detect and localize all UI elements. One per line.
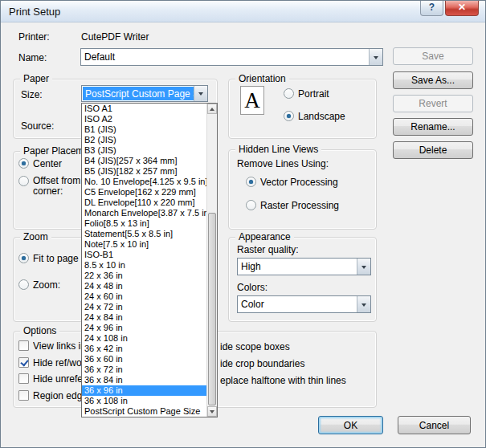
raster-quality-combobox[interactable]: High bbox=[237, 258, 371, 275]
help-button[interactable]: ? bbox=[420, 1, 443, 16]
paper-size-option[interactable]: PostScript Custom Page Size bbox=[82, 406, 206, 417]
close-button[interactable]: ✕ bbox=[445, 1, 479, 16]
paper-size-option[interactable]: 36 x 60 in bbox=[82, 354, 206, 365]
save-button-label: Save bbox=[422, 51, 443, 62]
size-combobox-value: PostScript Custom Page Size bbox=[83, 87, 194, 100]
size-combobox[interactable]: PostScript Custom Page Size bbox=[81, 85, 208, 102]
raster-quality-label: Raster quality: bbox=[237, 244, 299, 255]
orientation-group-label: Orientation bbox=[235, 73, 289, 84]
radio-fit-to-page[interactable]: Fit to page bbox=[18, 253, 79, 264]
chevron-down-icon[interactable] bbox=[369, 49, 382, 65]
radio-raster-processing[interactable]: Raster Processing bbox=[246, 200, 339, 211]
paper-size-option[interactable]: Monarch Envelope[3.87 x 7.5 in] bbox=[82, 208, 206, 218]
cancel-button[interactable]: Cancel bbox=[398, 416, 471, 434]
paper-size-option[interactable]: 24 x 96 in bbox=[82, 323, 206, 333]
radio-button-icon bbox=[18, 158, 29, 169]
scroll-thumb[interactable] bbox=[208, 213, 216, 405]
checkbox-region-edges-label: Region edge bbox=[33, 390, 83, 401]
paper-size-option[interactable]: No. 10 Envelope[4.125 x 9.5 in] bbox=[82, 177, 206, 187]
window-title: Print Setup bbox=[9, 6, 60, 18]
chevron-down-icon[interactable] bbox=[357, 296, 370, 312]
paper-size-option[interactable]: Folio[8.5 x 13 in] bbox=[82, 218, 206, 229]
option-scope-boxes-label: ide scope boxes bbox=[220, 341, 290, 352]
checkbox-hide-unref-label: Hide unrefe bbox=[33, 373, 83, 385]
paper-size-option[interactable]: B2 (JIS) bbox=[82, 135, 206, 145]
checkbox-icon bbox=[18, 373, 29, 384]
name-combobox[interactable]: Default bbox=[80, 48, 383, 66]
paper-size-option[interactable]: ISO A2 bbox=[82, 114, 206, 124]
scroll-up-icon[interactable] bbox=[207, 104, 217, 114]
save-as-button[interactable]: Save As... bbox=[393, 71, 473, 89]
radio-vector-processing[interactable]: Vector Processing bbox=[246, 177, 338, 188]
title-bar: Print Setup ? ✕ bbox=[1, 1, 485, 22]
checkbox-view-links-label: View links in bbox=[33, 340, 83, 352]
radio-zoom[interactable]: Zoom: bbox=[18, 279, 60, 291]
paper-group-label: Paper bbox=[20, 73, 52, 84]
scrollbar[interactable] bbox=[206, 104, 217, 417]
chevron-down-icon[interactable] bbox=[194, 86, 207, 101]
revert-button[interactable]: Revert bbox=[393, 95, 473, 112]
paper-size-option[interactable]: 24 x 48 in bbox=[82, 281, 206, 291]
close-icon: ✕ bbox=[458, 2, 466, 13]
radio-portrait-label: Portrait bbox=[298, 88, 329, 100]
radio-vector-label: Vector Processing bbox=[260, 177, 338, 188]
checkbox-hide-ref[interactable]: Hide ref/wo bbox=[18, 357, 82, 369]
radio-offset-from-corner[interactable]: Offset from corner: bbox=[18, 176, 83, 197]
chevron-down-icon[interactable] bbox=[357, 259, 370, 275]
paper-size-option[interactable]: Note[7.5 x 10 in] bbox=[82, 239, 206, 250]
radio-zoom-label: Zoom: bbox=[33, 279, 60, 291]
paper-size-option[interactable]: Statement[5.5 x 8.5 in] bbox=[82, 229, 206, 239]
paper-size-option-selected[interactable]: 36 x 96 in bbox=[82, 385, 206, 396]
radio-center[interactable]: Center bbox=[18, 158, 62, 169]
paper-size-option[interactable]: 36 x 108 in bbox=[82, 396, 206, 406]
paper-size-option[interactable]: 24 x 84 in bbox=[82, 312, 206, 323]
radio-landscape[interactable]: Landscape bbox=[284, 111, 345, 122]
save-button[interactable]: Save bbox=[393, 47, 473, 65]
rename-button[interactable]: Rename... bbox=[393, 118, 473, 136]
ok-button[interactable]: OK bbox=[318, 416, 383, 434]
checkbox-checked-icon bbox=[18, 357, 29, 368]
paper-size-option[interactable]: 36 x 72 in bbox=[82, 365, 206, 375]
paper-size-options: ISO A1 ISO A2 B1 (JIS) B2 (JIS) B3 (JIS)… bbox=[82, 104, 206, 417]
radio-button-icon bbox=[18, 279, 29, 290]
paper-size-option[interactable]: B3 (JIS) bbox=[82, 145, 206, 156]
paper-size-option[interactable]: B4 (JIS)[257 x 364 mm] bbox=[82, 156, 206, 166]
name-label: Name: bbox=[18, 52, 47, 63]
orientation-letter: A bbox=[244, 88, 260, 112]
radio-portrait[interactable]: Portrait bbox=[284, 88, 329, 100]
cancel-button-label: Cancel bbox=[419, 420, 449, 431]
paper-size-option[interactable]: DL Envelope[110 x 220 mm] bbox=[82, 198, 206, 208]
radio-button-icon bbox=[18, 253, 29, 263]
radio-landscape-label: Landscape bbox=[298, 111, 345, 122]
size-label: Size: bbox=[21, 89, 43, 100]
paper-size-option[interactable]: 24 x 108 in bbox=[82, 333, 206, 344]
save-as-button-label: Save As... bbox=[411, 75, 455, 86]
paper-size-option[interactable]: 24 x 60 in bbox=[82, 291, 206, 302]
paper-size-option[interactable]: C5 Envelope[162 x 229 mm] bbox=[82, 187, 206, 198]
radio-raster-label: Raster Processing bbox=[260, 200, 339, 211]
colors-value: Color bbox=[239, 297, 357, 312]
paper-size-option[interactable]: ISO-B1 bbox=[82, 250, 206, 260]
scroll-down-icon[interactable] bbox=[207, 406, 217, 417]
radio-center-label: Center bbox=[33, 158, 62, 169]
revert-button-label: Revert bbox=[419, 98, 447, 109]
paper-size-option[interactable]: 24 x 72 in bbox=[82, 302, 206, 312]
checkbox-icon bbox=[18, 340, 29, 351]
paper-size-option[interactable]: ISO A1 bbox=[82, 104, 206, 114]
checkbox-view-links[interactable]: View links in bbox=[18, 340, 83, 352]
delete-button[interactable]: Delete bbox=[393, 141, 473, 159]
paper-size-option[interactable]: B5 (JIS)[182 x 257 mm] bbox=[82, 166, 206, 177]
checkbox-region-edges[interactable]: Region edge bbox=[18, 390, 83, 401]
remove-lines-using-label: Remove Lines Using: bbox=[237, 158, 329, 169]
hidden-line-views-group-label: Hidden Line Views bbox=[235, 144, 321, 155]
radio-button-icon bbox=[18, 176, 29, 186]
checkbox-hide-unref[interactable]: Hide unrefe bbox=[18, 373, 83, 385]
delete-button-label: Delete bbox=[419, 145, 447, 156]
colors-combobox[interactable]: Color bbox=[237, 295, 371, 313]
paper-size-option[interactable]: 22 x 36 in bbox=[82, 271, 206, 281]
paper-size-option[interactable]: 8.5 x 10 in bbox=[82, 260, 206, 271]
ok-button-label: OK bbox=[344, 420, 357, 431]
paper-size-option[interactable]: 36 x 42 in bbox=[82, 344, 206, 354]
paper-size-option[interactable]: 36 x 84 in bbox=[82, 375, 206, 385]
paper-size-option[interactable]: B1 (JIS) bbox=[82, 124, 206, 135]
